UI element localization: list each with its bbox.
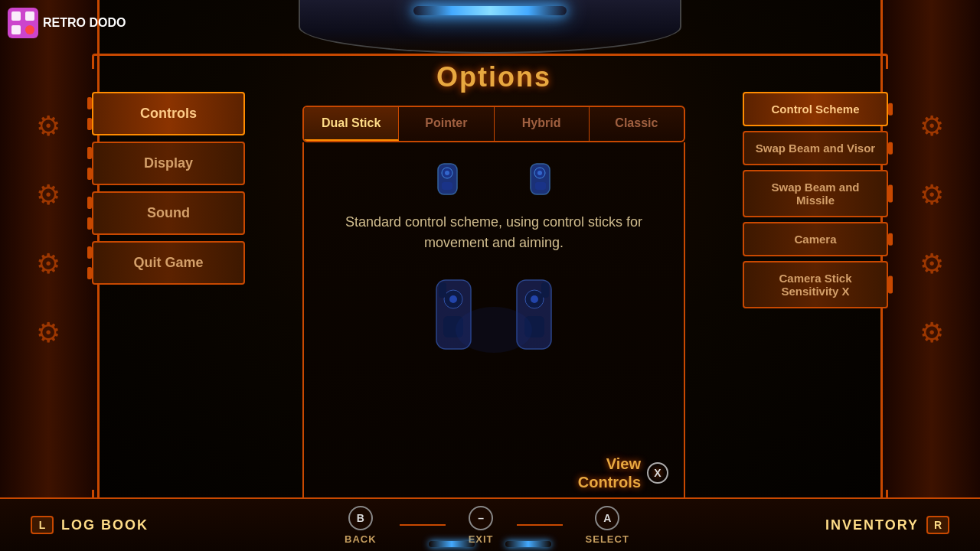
select-button-group: A SELECT [586,506,629,545]
center-panel: Options Dual Stick Pointer Hybrid Classi… [245,61,743,505]
svg-point-23 [456,307,532,353]
tab-classic[interactable]: Classic [590,107,684,141]
svg-point-20 [531,295,538,303]
sidebar-item-quit-game[interactable]: Quit Game [92,241,245,285]
gear-icon: ⚙ [913,107,951,145]
large-controller-visual [433,269,555,360]
page-title: Options [436,61,551,93]
minus-button[interactable]: – [469,506,493,530]
right-menu-item-camera[interactable]: Camera [743,222,888,256]
r-trigger-button[interactable]: R [926,516,949,534]
gear-icon: ⚙ [29,245,67,283]
logo-text: RETRO DODO [43,16,126,30]
gear-icon: ⚙ [913,245,951,283]
left-joycon-icon [434,158,488,200]
sidebar-item-sound[interactable]: Sound [92,191,245,235]
exit-button-group: – EXIT [469,506,494,545]
svg-rect-1 [11,11,21,21]
right-menu-item-swap-beam-visor[interactable]: Swap Beam and Visor [743,131,888,165]
log-book-label[interactable]: LOG BOOK [61,517,149,533]
content-area: Standard control scheme, using control s… [302,142,685,505]
view-controls-label: ViewControls [578,455,641,491]
back-label: BACK [345,533,377,545]
svg-point-7 [445,171,449,175]
bottom-light-left [429,541,475,547]
svg-rect-17 [439,282,446,298]
gear-icon: ⚙ [29,176,67,214]
right-menu-item-camera-stick[interactable]: Camera Stick Sensitivity X [743,261,888,308]
gear-icon: ⚙ [29,107,67,145]
top-arc-light [413,6,567,15]
right-joycon-icon [500,158,554,200]
select-label: SELECT [586,533,629,545]
left-navigation: Controls Display Sound Quit Game [92,61,245,505]
a-button[interactable]: A [595,506,619,530]
svg-rect-3 [11,25,21,34]
gear-icon: ⚙ [913,176,951,214]
l-trigger-button[interactable]: L [31,516,54,534]
tab-hybrid[interactable]: Hybrid [495,107,590,141]
svg-rect-8 [442,182,452,190]
svg-rect-22 [541,282,549,298]
bottom-light-right [505,541,551,547]
svg-rect-12 [535,182,546,190]
right-menu-item-control-scheme[interactable]: Control Scheme [743,92,888,126]
tab-dual-stick[interactable]: Dual Stick [304,107,399,141]
svg-rect-2 [25,11,34,21]
sidebar-item-display[interactable]: Display [92,142,245,185]
tab-pointer[interactable]: Pointer [399,107,494,141]
svg-point-15 [449,295,457,303]
controller-diagram [433,269,555,360]
bottom-lights [429,541,551,547]
bottom-center-controls: B BACK – EXIT A SELECT [345,506,629,545]
back-button-group: B BACK [345,506,377,545]
svg-point-4 [25,25,34,34]
inventory-label[interactable]: INVENTORY [825,517,919,533]
svg-point-11 [537,171,542,175]
sidebar-item-controls[interactable]: Controls [92,92,245,135]
controller-icons-row [434,158,554,200]
view-controls-button[interactable]: ViewControls X [578,455,668,491]
logo-image [8,8,38,38]
scheme-description: Standard control scheme, using control s… [319,212,668,253]
b-button[interactable]: B [348,506,373,530]
nav-line-right [517,524,563,526]
x-button-icon: X [647,462,668,484]
right-navigation: Control Scheme Swap Beam and Visor Swap … [743,61,888,505]
main-container: Controls Display Sound Quit Game Options… [92,61,888,505]
right-menu-item-swap-beam-missile[interactable]: Swap Beam and Missile [743,170,888,217]
bottom-left-section: L LOG BOOK [31,516,149,534]
top-arc-decoration [299,0,681,54]
logo: RETRO DODO [8,8,126,38]
control-scheme-tabs: Dual Stick Pointer Hybrid Classic [302,106,685,142]
bottom-right-section: INVENTORY R [825,516,949,534]
nav-line-left [400,524,446,526]
gear-icon: ⚙ [913,314,951,352]
gear-icon: ⚙ [29,314,67,352]
